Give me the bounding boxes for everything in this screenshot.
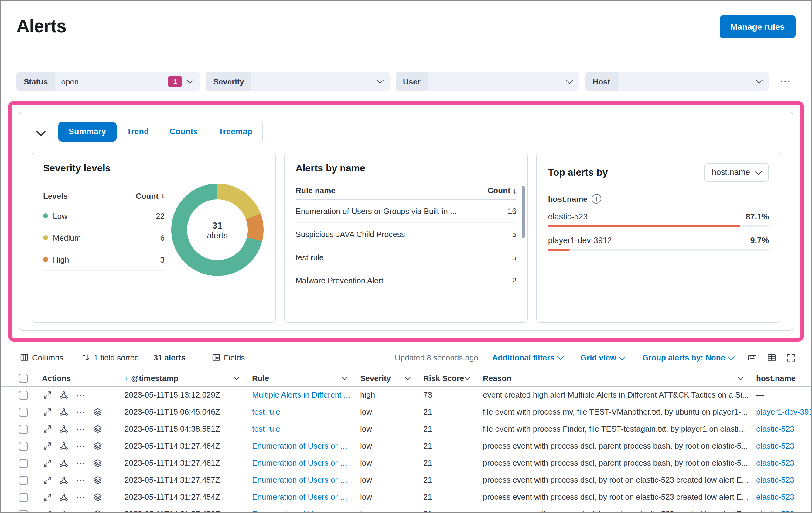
column-header-rule[interactable]: Rule [245, 374, 353, 383]
session-view-icon[interactable] [93, 408, 102, 416]
session-view-icon[interactable] [93, 493, 102, 502]
reason-cell: process event with process dscl, parent … [475, 455, 749, 472]
top-alerts-field-select[interactable]: host.name [704, 163, 769, 182]
expand-alert-icon[interactable] [43, 391, 52, 399]
analyze-event-icon[interactable] [60, 391, 68, 399]
analyze-event-icon[interactable] [60, 459, 68, 467]
row-checkbox[interactable] [19, 493, 28, 502]
more-actions-icon[interactable]: ⋯ [76, 425, 85, 433]
column-header-severity[interactable]: Severity [353, 374, 416, 383]
keyboard-icon [748, 353, 757, 362]
collapse-charts-button[interactable] [32, 127, 44, 136]
host-link[interactable]: elastic-523 [749, 472, 812, 489]
filter-status[interactable]: Status open 1 [17, 72, 200, 91]
more-actions-icon[interactable]: ⋯ [76, 391, 85, 399]
grid-view-dropdown[interactable]: Grid view [577, 352, 628, 362]
alerts-by-name-table: Rule name Count ↓ Enumeration of Users o… [295, 184, 516, 292]
chevron-down-icon [756, 77, 763, 84]
rule-link[interactable]: test rule [245, 421, 353, 438]
host-link[interactable]: elastic-523 [749, 455, 812, 472]
fullscreen-button[interactable] [786, 353, 795, 362]
fields-button[interactable]: Fields [208, 352, 249, 362]
host-link[interactable]: player1-dev-3912 [749, 404, 812, 421]
alert-row: ⋯ 2023-05-11T14:31:27.453Z Enumeration o… [1, 506, 812, 513]
filter-host[interactable]: Host [585, 72, 769, 91]
more-actions-icon[interactable]: ⋯ [76, 442, 85, 451]
host-link[interactable]: elastic-523 [749, 506, 812, 513]
manage-rules-button[interactable]: Manage rules [719, 15, 795, 38]
display-options-button[interactable] [767, 353, 776, 362]
filter-severity[interactable]: Severity [206, 72, 390, 91]
tab-summary[interactable]: Summary [58, 122, 116, 142]
abn-col-count[interactable]: Count ↓ [488, 186, 517, 195]
alert-row: ⋯ 2023-05-11T14:31:27.454Z Enumeration o… [1, 489, 812, 506]
additional-filters-dropdown[interactable]: Additional filters [489, 352, 567, 362]
analyze-event-icon[interactable] [60, 408, 68, 416]
select-all-checkbox[interactable] [19, 374, 28, 383]
host-cell: — [749, 386, 812, 404]
more-actions-icon[interactable]: ⋯ [76, 459, 85, 467]
more-actions-icon[interactable]: ⋯ [76, 408, 85, 416]
host-link[interactable]: elastic-523 [749, 421, 812, 438]
rule-link[interactable]: Enumeration of Users or Gr... [245, 438, 353, 455]
analyze-event-icon[interactable] [60, 510, 68, 513]
host-link[interactable]: elastic-523 [749, 438, 812, 455]
row-checkbox[interactable] [19, 441, 28, 451]
expand-alert-icon[interactable] [43, 510, 52, 513]
column-header-risk-score[interactable]: Risk Score [416, 374, 475, 383]
severity-col-count[interactable]: Count ↓ [136, 191, 165, 200]
column-header-timestamp[interactable]: ↓@timestamp [117, 374, 245, 383]
progress-bar [548, 225, 769, 227]
analyze-event-icon[interactable] [60, 493, 68, 502]
tab-trend[interactable]: Trend [116, 122, 160, 142]
rule-link[interactable]: Enumeration of Users or Gr... [245, 506, 353, 513]
row-checkbox[interactable] [19, 390, 28, 400]
expand-alert-icon[interactable] [43, 425, 52, 433]
alert-row: ⋯ 2023-05-11T14:31:27.464Z Enumeration o… [1, 438, 812, 455]
row-checkbox[interactable] [19, 510, 28, 513]
expand-alert-icon[interactable] [43, 476, 52, 484]
session-view-icon[interactable] [93, 510, 102, 513]
alert-row: ⋯ 2023-05-11T15:06:45.046Z test rule low… [1, 404, 812, 421]
more-actions-icon[interactable]: ⋯ [76, 476, 85, 484]
expand-alert-icon[interactable] [43, 408, 52, 416]
session-view-icon[interactable] [93, 425, 102, 433]
row-checkbox[interactable] [19, 476, 28, 485]
expand-alert-icon[interactable] [43, 459, 52, 467]
scrollbar-thumb[interactable] [522, 186, 525, 238]
tab-treemap[interactable]: Treemap [208, 122, 263, 142]
expand-alert-icon[interactable] [43, 493, 52, 502]
group-alerts-dropdown[interactable]: Group alerts by: None [639, 352, 737, 362]
updated-timestamp: Updated 8 seconds ago [395, 353, 478, 362]
host-link[interactable]: elastic-523 [749, 489, 812, 506]
sorted-fields-button[interactable]: 1 field sorted [78, 352, 143, 362]
rule-link[interactable]: Multiple Alerts in Different ... [245, 386, 353, 404]
analyze-event-icon[interactable] [60, 425, 68, 433]
row-checkbox[interactable] [19, 425, 28, 434]
row-checkbox[interactable] [19, 459, 28, 468]
more-actions-icon[interactable]: ⋯ [76, 493, 85, 502]
column-header-reason[interactable]: Reason [475, 374, 749, 383]
session-view-icon[interactable] [93, 476, 102, 484]
host-value-link[interactable]: elastic-523 [548, 212, 588, 221]
expand-alert-icon[interactable] [43, 442, 52, 451]
session-view-icon[interactable] [93, 459, 102, 467]
page-header: Alerts Manage rules [1, 1, 811, 38]
column-header-host-name[interactable]: host.name [749, 374, 812, 383]
filter-user[interactable]: User [396, 72, 579, 91]
rule-link[interactable]: Enumeration of Users or Gr... [245, 472, 353, 489]
columns-button[interactable]: Columns [17, 352, 67, 362]
rule-link[interactable]: Enumeration of Users or Gr... [245, 489, 353, 506]
row-checkbox[interactable] [19, 408, 28, 417]
rule-link[interactable]: test rule [245, 404, 353, 421]
tab-counts[interactable]: Counts [160, 122, 208, 142]
top-alerts-field-label: host.name [548, 194, 588, 203]
more-filters-button[interactable]: ⋯ [775, 72, 795, 91]
analyze-event-icon[interactable] [60, 476, 68, 484]
session-view-icon[interactable] [93, 442, 102, 451]
more-actions-icon[interactable]: ⋯ [76, 510, 85, 513]
keyboard-shortcuts-button[interactable] [748, 353, 757, 362]
rule-link[interactable]: Enumeration of Users or Gr... [245, 455, 353, 472]
host-value-link[interactable]: player1-dev-3912 [548, 236, 612, 245]
analyze-event-icon[interactable] [60, 442, 68, 451]
